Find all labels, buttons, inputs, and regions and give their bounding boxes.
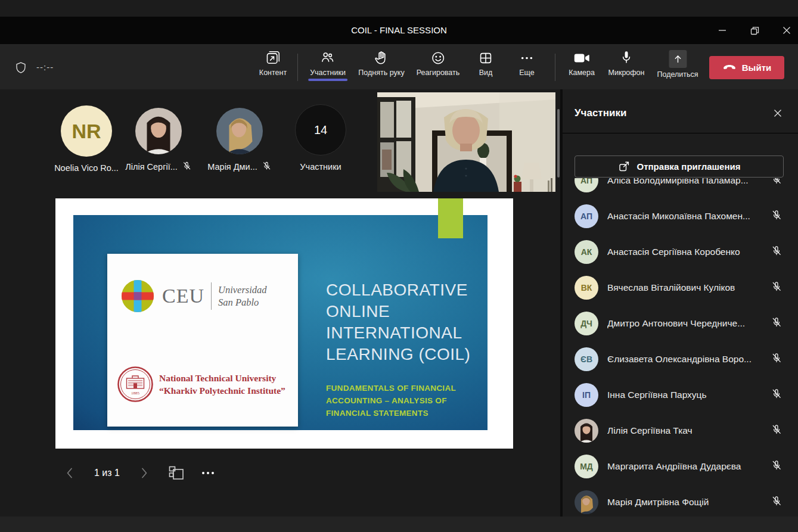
view-label: Вид: [479, 69, 493, 77]
previous-slide-button[interactable]: [63, 465, 76, 481]
participant-row[interactable]: АП Анастасія Миколаївна Пахомен...: [563, 198, 798, 234]
teams-meeting-window: COIL - FINAL SESSION --:-- Контент: [0, 0, 798, 532]
participants-label: Участники: [310, 69, 346, 77]
participant-name: Інна Сергіївна Пархуць: [607, 390, 771, 400]
camera-label: Камера: [569, 69, 595, 77]
liliya-photo: [575, 419, 598, 443]
panel-title: Участники: [575, 107, 626, 119]
participant-row[interactable]: ЄВ Єлизавета Олександрівна Воро...: [563, 341, 798, 377]
avatar-photo: [575, 490, 598, 514]
spotlight-name: Noelia Vico Ro...: [54, 163, 119, 173]
chevron-left-icon: [64, 466, 76, 480]
view-button[interactable]: Вид: [478, 50, 494, 77]
react-label: Реагировать: [417, 69, 460, 77]
slide-page-indicator: 1 из 1: [94, 468, 120, 478]
raise-hand-icon: [373, 50, 389, 66]
participant-name: Вячеслав Віталійович Куліков: [607, 282, 771, 293]
next-slide-button[interactable]: [138, 465, 151, 481]
participants-icon: [320, 50, 336, 66]
participant-row[interactable]: ІП Інна Сергіївна Пархуць: [563, 377, 798, 413]
participants-tab-active[interactable]: Участники: [310, 50, 346, 77]
content-button[interactable]: Контент: [259, 50, 287, 77]
ceu-university-line2: San Pablo: [218, 296, 267, 309]
mic-off-icon: [771, 459, 783, 474]
share-invite-icon: [618, 160, 631, 173]
spotlight-liliya[interactable]: Лілія Сергії...: [117, 108, 200, 173]
send-invite-button[interactable]: Отправка приглашения: [575, 155, 784, 178]
participant-row[interactable]: АП Аліса Володимирівна Паламар...: [563, 178, 798, 198]
more-dots-icon: [198, 465, 218, 481]
leave-button[interactable]: Выйти: [709, 56, 784, 79]
avatar: ЄВ: [575, 347, 598, 371]
participant-row[interactable]: АК Анастасія Сергіївна Коробенко: [563, 234, 798, 270]
panel-close-button[interactable]: [769, 105, 786, 122]
toolbar-divider: [555, 54, 555, 81]
participant-row[interactable]: ВК Вячеслав Віталійович Куліков: [563, 270, 798, 306]
participant-name: Дмитро Антонович Чередниче...: [607, 318, 771, 329]
ceu-logo-icon: [120, 279, 155, 313]
mic-off-icon: [771, 388, 783, 402]
share-button[interactable]: Поделиться: [657, 50, 698, 79]
participant-name: Аліса Володимирівна Паламар...: [607, 178, 771, 186]
ceu-acronym: CEU: [162, 285, 204, 307]
avatar: АК: [575, 240, 598, 264]
participant-row[interactable]: МД Маргарита Андріївна Дударєва: [563, 449, 798, 484]
raise-hand-label: Поднять руку: [358, 69, 404, 77]
hangup-icon: [722, 64, 737, 71]
participants-panel: Участники Отправка приглашения АП Аліса …: [563, 89, 798, 532]
spotlight-name: Марія Дми...: [207, 162, 257, 172]
more-button[interactable]: Еще: [519, 50, 535, 77]
raise-hand-button[interactable]: Поднять руку: [358, 50, 404, 77]
avatar-photo: [216, 108, 263, 154]
close-button[interactable]: [777, 23, 797, 38]
restore-icon: [749, 24, 760, 36]
participant-row[interactable]: Лілія Сергіївна Ткач: [563, 413, 798, 449]
liliya-photo: [135, 108, 182, 154]
mic-off-icon: [771, 209, 783, 223]
camera-on-icon: [573, 50, 590, 66]
panel-header: Участники: [575, 105, 786, 122]
slide-accent-bar: [438, 198, 463, 238]
participant-name: Маргарита Андріївна Дударєва: [607, 461, 771, 472]
avatar: ВК: [575, 276, 598, 300]
participant-name: Єлизавета Олександрівна Воро...: [607, 354, 771, 365]
minimize-button[interactable]: [712, 23, 732, 38]
slide-thumbnails-button[interactable]: [167, 465, 185, 481]
toolbar-divider: [297, 54, 298, 81]
slide-more-options-button[interactable]: [198, 465, 218, 481]
arrow-up-icon: [672, 53, 684, 65]
active-tab-underline: [308, 79, 347, 81]
meeting-stage: NR Noelia Vico Ro... Лілія Сергії...: [0, 89, 560, 532]
participant-row[interactable]: Марія Дмитрівна Фощій: [563, 484, 798, 517]
avatar: ДЧ: [575, 312, 598, 335]
screen-share-icon: [265, 50, 281, 66]
mic-off-icon: [771, 424, 783, 438]
spotlight-name: Лілія Сергії...: [125, 162, 178, 172]
avatar-initials: NR: [72, 120, 101, 143]
mariya-photo: [216, 108, 263, 154]
presenter-video[interactable]: [377, 92, 555, 192]
spotlight-mariya[interactable]: Марія Дми...: [198, 108, 281, 173]
mic-off-icon: [771, 495, 783, 509]
restore-button[interactable]: [744, 23, 765, 38]
leave-label: Выйти: [742, 63, 771, 73]
microphone-button[interactable]: Микрофон: [608, 50, 645, 77]
shared-presentation: CEU Universidad San Pablo: [55, 198, 513, 449]
avatar: ІП: [575, 383, 598, 407]
spotlight-participant-count[interactable]: 14 Участники: [285, 104, 356, 172]
camera-button[interactable]: Камера: [569, 50, 595, 77]
stage-scrollbar[interactable]: [557, 109, 560, 178]
smiley-icon: [430, 50, 446, 66]
mic-off-icon: [262, 161, 272, 173]
meeting-toolbar: --:-- Контент Участники Подн: [0, 44, 798, 89]
slide-navigation: 1 из 1: [0, 460, 458, 486]
participant-row[interactable]: ДЧ Дмитро Антонович Чередниче...: [563, 306, 798, 341]
mic-off-icon: [771, 245, 783, 259]
window-bottom-edge: [0, 517, 798, 532]
ntu-name-line1: National Technical University: [159, 372, 285, 384]
microphone-label: Микрофон: [608, 69, 645, 77]
minimize-icon: [716, 24, 728, 36]
chevron-right-icon: [138, 466, 150, 480]
svg-text:1885: 1885: [131, 391, 140, 396]
react-button[interactable]: Реагировать: [417, 50, 460, 77]
